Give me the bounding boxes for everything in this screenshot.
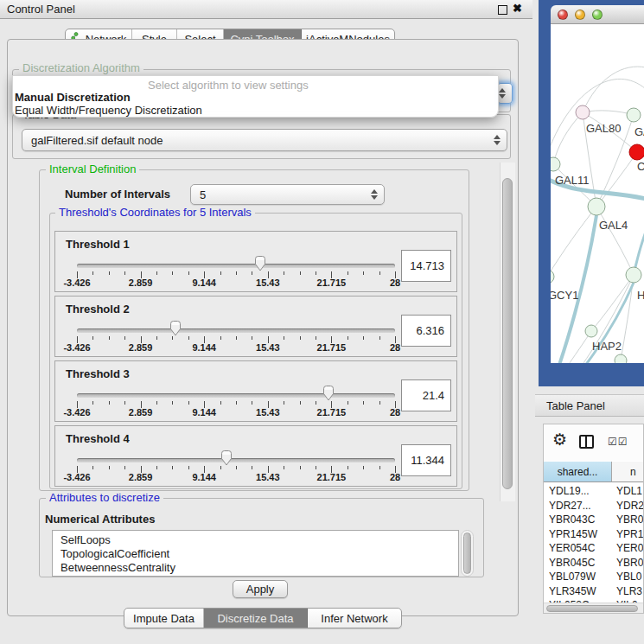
threshold-value-field[interactable]: 6.316	[401, 315, 451, 347]
network-node-c[interactable]	[629, 144, 644, 160]
table-cell[interactable]: YER0	[616, 541, 644, 556]
table-panel-title: Table Panel	[546, 399, 605, 412]
list-item[interactable]: SelfLoops	[53, 533, 458, 547]
algorithm-option[interactable]: Manual Discretization	[15, 91, 131, 104]
list-item[interactable]: TopologicalCoefficient	[53, 547, 458, 561]
slider-handle[interactable]	[220, 450, 233, 467]
slider-tick	[220, 336, 221, 340]
float-panel-icon[interactable]	[498, 5, 507, 15]
number-of-intervals-spinner[interactable]: 5	[190, 184, 385, 205]
threshold-slider-track[interactable]	[77, 458, 395, 462]
network-node-label: HAP2	[592, 340, 622, 353]
table-cell[interactable]: YBR043C	[549, 513, 611, 527]
table-panel-box: ⚙ ☑☑ shared... n YDL19...YDL1YDR27...YDR…	[543, 424, 644, 614]
attributes-scrollbar-track[interactable]	[461, 530, 474, 577]
table-cell[interactable]: YDL1	[616, 484, 644, 499]
network-edge[interactable]	[553, 112, 583, 164]
table-row[interactable]: YBR043CYBR0	[544, 513, 644, 527]
table-cell[interactable]: YBL079W	[549, 570, 611, 584]
tab-label: Impute Data	[133, 612, 194, 625]
threshold-value-field[interactable]: 11.344	[401, 444, 451, 476]
checkboxes-icon[interactable]: ☑☑	[608, 436, 628, 448]
content-scrollbar-thumb[interactable]	[502, 178, 513, 489]
network-node-gal4[interactable]	[588, 198, 605, 215]
table-row[interactable]: YER054CYER0	[544, 541, 644, 556]
network-window-titlebar[interactable]	[551, 5, 644, 24]
network-node-gcy1[interactable]	[551, 270, 554, 284]
split-columns-icon[interactable]	[579, 435, 594, 449]
table-header-name[interactable]: n	[612, 462, 644, 482]
table-hscrollbar-thumb[interactable]	[546, 605, 638, 612]
gear-icon[interactable]: ⚙	[552, 431, 567, 448]
tab-infer-network[interactable]: Infer Network	[308, 609, 401, 628]
slider-tick	[220, 271, 221, 275]
network-edge[interactable]	[583, 67, 644, 112]
slider-handle[interactable]	[169, 320, 182, 337]
table-cell[interactable]: YDR2	[616, 499, 644, 513]
network-edge[interactable]	[551, 331, 591, 363]
threshold-slider-track[interactable]	[77, 393, 395, 398]
table-cell[interactable]: YDL19...	[549, 484, 611, 499]
slider-tick	[348, 271, 348, 275]
table-row[interactable]: YDL19...YDL1	[544, 484, 644, 499]
attributes-scrollbar-thumb[interactable]	[463, 532, 471, 574]
table-row[interactable]: YBR045CYBR0	[544, 556, 644, 571]
algorithm-option[interactable]: Equal Width/Frequency Discretization	[15, 104, 202, 117]
slider-tick	[252, 466, 252, 469]
network-node-gal11[interactable]	[551, 157, 560, 171]
table-row[interactable]: YPR145WYPR1	[544, 527, 644, 542]
slider-handle[interactable]	[322, 385, 335, 402]
slider-tick-label: 2.859	[129, 277, 153, 288]
threshold-slider-track[interactable]	[77, 328, 395, 333]
network-view-canvas[interactable]: GAL80GACGAL11GAL4GCY1HHAP2	[551, 24, 644, 363]
table-cell[interactable]: YBR0	[616, 513, 644, 527]
minimize-button[interactable]	[575, 10, 585, 20]
table-cell[interactable]: YBL0	[616, 570, 644, 584]
slider-handle[interactable]	[253, 255, 267, 272]
slider-tick	[188, 271, 189, 275]
table-cell[interactable]: YPR145W	[549, 527, 611, 542]
threshold-value-field[interactable]: 21.4	[401, 379, 451, 411]
zoom-button[interactable]	[592, 10, 603, 20]
table-cell[interactable]: YLR3	[616, 584, 644, 599]
network-node[interactable]	[615, 354, 627, 363]
tab-discretize-data[interactable]: Discretize Data	[204, 609, 308, 628]
numerical-attributes-list[interactable]: SelfLoopsTopologicalCoefficientBetweenne…	[52, 530, 459, 577]
table-row[interactable]: YBL079WYBL0	[544, 570, 644, 584]
slider-tick	[300, 336, 301, 340]
network-node-h[interactable]	[626, 267, 641, 283]
slider-tick	[156, 336, 157, 340]
tab-label: Discretize Data	[217, 612, 293, 625]
table-cell[interactable]: YLR345W	[549, 584, 611, 599]
network-node-gal80[interactable]	[576, 105, 590, 119]
threshold-value-field[interactable]: 14.713	[401, 250, 451, 282]
network-node-hap2[interactable]	[585, 325, 597, 337]
close-panel-icon[interactable]: ✖	[513, 2, 522, 15]
slider-tick	[284, 271, 284, 275]
table-data-dropdown[interactable]: galFiltered.sif default node	[22, 129, 507, 151]
slider-tick	[188, 336, 189, 340]
table-header-shared[interactable]: shared...	[544, 462, 612, 482]
list-item[interactable]: BetweennessCentrality	[53, 561, 458, 575]
network-edge[interactable]	[583, 111, 634, 115]
threshold-slider-track[interactable]	[77, 264, 395, 268]
slider-tick	[188, 466, 189, 469]
tab-impute-data[interactable]: Impute Data	[124, 609, 204, 628]
network-edge[interactable]	[551, 207, 596, 277]
table-cell[interactable]: YBR0	[616, 556, 644, 571]
stepper-arrows-icon	[499, 88, 506, 99]
network-edge[interactable]	[596, 207, 634, 275]
table-hscrollbar-track[interactable]	[544, 603, 643, 614]
apply-button[interactable]: Apply	[233, 580, 288, 598]
network-node-ga[interactable]	[627, 108, 641, 122]
slider-tick-label: -3.426	[63, 472, 90, 482]
threshold-panel: Threshold 2-3.4262.8599.14415.4321.71528…	[54, 296, 457, 357]
algorithm-dropdown-stepper[interactable]	[497, 83, 513, 104]
table-row[interactable]: YDR27...YDR2	[544, 499, 644, 513]
table-cell[interactable]: YPR1	[616, 527, 644, 542]
table-cell[interactable]: YER054C	[549, 541, 611, 556]
table-cell[interactable]: YBR045C	[549, 556, 611, 571]
table-cell[interactable]: YDR27...	[549, 499, 611, 513]
table-row[interactable]: YLR345WYLR3	[544, 584, 644, 599]
close-button[interactable]	[558, 10, 568, 20]
